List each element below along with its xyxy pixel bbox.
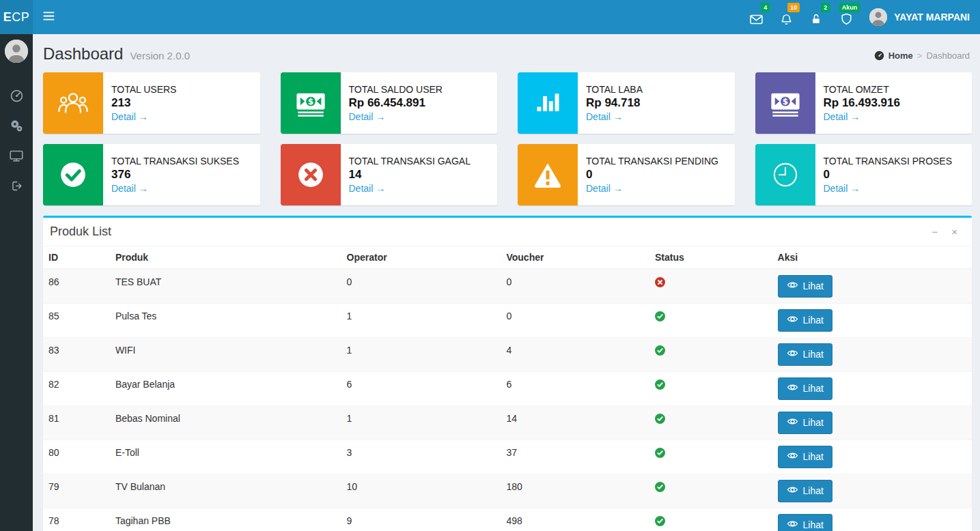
detail-link[interactable]: Detail→ [111, 111, 176, 122]
dashboard-icon [874, 51, 884, 61]
notification-badge: 4 [761, 3, 770, 12]
lihat-button[interactable]: Lihat [778, 377, 832, 400]
sidebar-item-logout[interactable] [0, 172, 33, 202]
check-circle-icon [43, 144, 103, 205]
info-box: TOTAL USERS 213 Detail→ [43, 72, 260, 134]
info-box-label: TOTAL USERS [111, 84, 176, 95]
close-icon[interactable]: × [948, 225, 961, 238]
sidebar-toggle-button[interactable] [33, 0, 64, 34]
cell-produk: Tagihan PBB [110, 508, 341, 531]
lihat-button[interactable]: Lihat [778, 343, 832, 366]
user-avatar [869, 8, 887, 26]
col-produk: Produk [110, 246, 341, 269]
cell-produk: Bebas Nominal [110, 406, 341, 440]
table-row-78: 78 Tagihan PBB 9 498 Lihat [43, 508, 972, 531]
cell-aksi: Lihat [772, 372, 972, 406]
cell-voucher: 180 [501, 474, 649, 508]
arrow-right-icon: → [376, 183, 385, 194]
money-icon: $ [281, 72, 341, 134]
detail-link[interactable]: Detail→ [824, 111, 900, 122]
status-active-icon [655, 311, 665, 321]
info-box-label: TOTAL SALDO USER [349, 84, 443, 95]
info-box-label: TOTAL TRANSAKSI SUKSES [111, 156, 239, 167]
sidebar [0, 34, 33, 531]
col-id: ID [43, 246, 110, 269]
info-box: TOTAL TRANSAKSI SUKSES 376 Detail→ [43, 144, 260, 205]
col-aksi: Aksi [772, 246, 972, 269]
detail-link[interactable]: Detail→ [586, 183, 718, 194]
times-circle-icon [281, 144, 341, 205]
lihat-button[interactable]: Lihat [778, 480, 832, 502]
produk-list-panel: Produk List − × ID Produk Operator Vouch… [43, 216, 972, 531]
lihat-button[interactable]: Lihat [778, 412, 832, 434]
status-active-icon [655, 345, 665, 356]
col-operator: Operator [341, 246, 501, 269]
app-logo[interactable]: ECP [0, 0, 33, 34]
info-box-value: Rp 66.454.891 [349, 96, 443, 110]
table-row-82: 82 Bayar Belanja 6 6 Lihat [43, 372, 972, 406]
sidebar-avatar[interactable] [5, 40, 28, 63]
cell-voucher: 0 [501, 304, 649, 338]
arrow-right-icon: → [139, 111, 148, 122]
navbar-right: 4 10 2 Akun YAYAT MARPANI [741, 0, 980, 34]
cell-operator: 1 [341, 406, 501, 440]
cell-produk: WIFI [110, 338, 341, 372]
content-header: Dashboard Version 2.0.0 Home > Dashboard [33, 34, 980, 72]
nav-account[interactable]: Akun [831, 0, 861, 34]
status-active-icon [655, 448, 665, 458]
cell-id: 81 [43, 406, 110, 440]
lihat-button[interactable]: Lihat [778, 309, 832, 332]
info-box-value: 0 [586, 168, 718, 182]
panel-header: Produk List − × [43, 218, 972, 246]
cell-status [649, 406, 772, 440]
arrow-right-icon: → [139, 183, 148, 194]
content-body: TOTAL USERS 213 Detail→ $ TOTAL SALDO US… [33, 72, 980, 531]
info-box: TOTAL LABA Rp 94.718 Detail→ [518, 72, 735, 134]
eye-icon [787, 314, 798, 327]
app-logo-bold: E [3, 10, 12, 25]
cell-status [649, 474, 772, 508]
monitor-icon [10, 149, 23, 165]
user-menu[interactable]: YAYAT MARPANI [861, 0, 980, 34]
sidebar-item-dashboard[interactable] [0, 82, 33, 112]
breadcrumb: Home > Dashboard [874, 51, 970, 61]
detail-link[interactable]: Detail→ [349, 111, 443, 122]
cell-voucher: 498 [501, 508, 649, 531]
lihat-button[interactable]: Lihat [778, 275, 832, 298]
cell-voucher: 14 [501, 406, 649, 440]
arrow-right-icon: → [850, 111, 860, 122]
detail-link[interactable]: Detail→ [111, 183, 239, 194]
user-name: YAYAT MARPANI [894, 12, 970, 23]
users-icon [43, 72, 103, 134]
lihat-button[interactable]: Lihat [778, 514, 832, 531]
nav-locks[interactable]: 2 [801, 0, 831, 34]
bell-icon [781, 14, 792, 25]
hamburger-icon [43, 11, 55, 24]
nav-notifications[interactable]: 10 [771, 0, 801, 34]
cell-status [649, 440, 772, 474]
arrow-right-icon: → [850, 183, 860, 194]
eye-icon [787, 348, 798, 361]
col-voucher: Voucher [501, 246, 649, 269]
cell-operator: 3 [341, 440, 501, 474]
detail-link[interactable]: Detail→ [586, 111, 643, 122]
detail-link[interactable]: Detail→ [349, 183, 471, 194]
version-label: Version 2.0.0 [130, 50, 190, 61]
col-status: Status [649, 246, 772, 269]
cell-id: 79 [43, 474, 110, 508]
nav-messages[interactable]: 4 [741, 0, 771, 34]
table-row-81: 81 Bebas Nominal 1 14 Lihat [43, 406, 972, 440]
cell-produk: Pulsa Tes [110, 304, 341, 338]
cell-status [649, 304, 772, 338]
status-active-icon [655, 482, 665, 492]
cell-voucher: 4 [501, 338, 649, 372]
eye-icon [787, 280, 798, 293]
sidebar-item-monitoring[interactable] [0, 142, 33, 172]
collapse-icon[interactable]: − [928, 225, 941, 238]
breadcrumb-home-link[interactable]: Home [888, 51, 913, 61]
lihat-button[interactable]: Lihat [778, 446, 832, 468]
sidebar-item-settings[interactable] [0, 112, 33, 142]
detail-link[interactable]: Detail→ [824, 183, 953, 194]
cell-operator: 10 [341, 474, 501, 508]
gears-icon [10, 119, 23, 135]
